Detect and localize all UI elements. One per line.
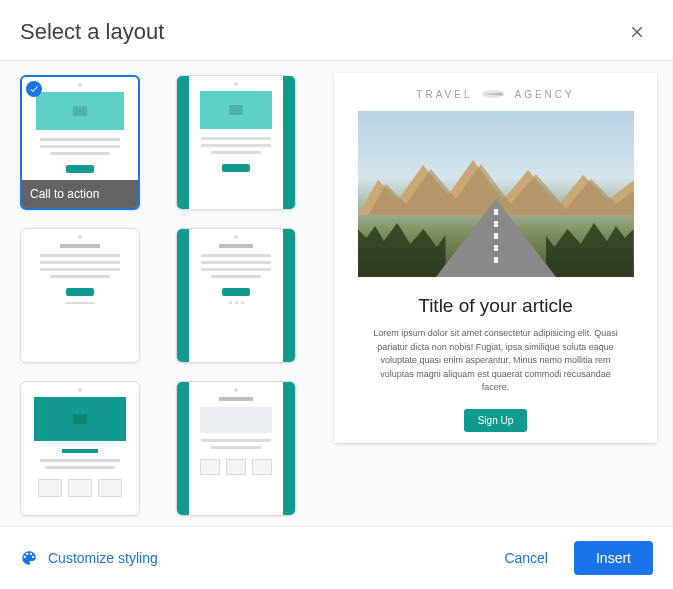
preview-article-body: Lorem ipsum dolor sit amet consectetur a… (334, 327, 657, 395)
layout-thumbnail (21, 229, 139, 362)
preview-frame: TRAVEL AGENCY Title of your article (334, 73, 657, 443)
layout-thumbnail (21, 382, 139, 515)
selected-check-icon (26, 81, 42, 97)
preview-logo-right: AGENCY (514, 89, 574, 100)
plane-icon (480, 87, 506, 101)
layout-card[interactable] (176, 228, 296, 363)
palette-icon (20, 549, 38, 567)
layout-card[interactable] (20, 228, 140, 363)
layout-thumbnail (177, 76, 295, 209)
customize-styling-button[interactable]: Customize styling (20, 549, 158, 567)
dialog-header: Select a layout (0, 0, 673, 61)
layout-picker-dialog: Select a layout (0, 0, 673, 589)
preview-signup-button: Sign Up (464, 409, 528, 432)
layouts-scrollpane[interactable]: Call to action (0, 61, 322, 526)
cancel-button[interactable]: Cancel (488, 542, 564, 574)
layout-card[interactable] (176, 381, 296, 516)
preview-hero-image (358, 111, 634, 277)
layout-thumbnail (177, 382, 295, 515)
dialog-footer: Customize styling Cancel Insert (0, 527, 673, 589)
layout-card[interactable] (176, 75, 296, 210)
preview-logo-left: TRAVEL (416, 89, 472, 100)
close-button[interactable] (621, 16, 653, 48)
customize-styling-label: Customize styling (48, 550, 158, 566)
insert-button[interactable]: Insert (574, 541, 653, 575)
layout-card[interactable] (20, 381, 140, 516)
dialog-title: Select a layout (20, 19, 164, 45)
close-icon (628, 23, 646, 41)
preview-article-title: Title of your article (334, 295, 657, 317)
dialog-content: Call to action (0, 61, 673, 527)
footer-actions: Cancel Insert (488, 541, 653, 575)
layouts-grid: Call to action (20, 75, 312, 516)
layout-card-label: Call to action (22, 180, 138, 208)
layout-card-call-to-action[interactable]: Call to action (20, 75, 140, 210)
preview-pane: TRAVEL AGENCY Title of your article (322, 61, 673, 526)
preview-logo: TRAVEL AGENCY (334, 87, 657, 101)
layout-thumbnail (177, 229, 295, 362)
